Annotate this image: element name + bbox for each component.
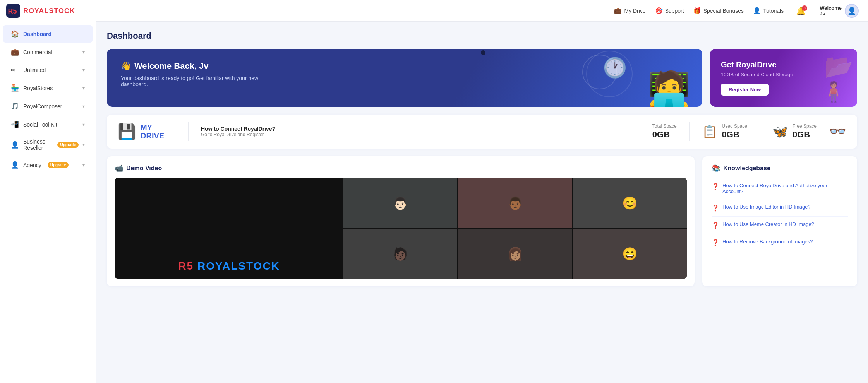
my-drive-label: My Drive: [624, 8, 645, 14]
demo-video-title: 📹 Demo Video: [115, 164, 687, 173]
tutorials-label: Tutorials: [763, 8, 784, 14]
sidebar-item-label: RoyalStores: [23, 85, 53, 91]
dashboard-icon: 🏠: [11, 30, 19, 38]
total-space-block: Total Space 0GB: [652, 123, 677, 140]
drive-last-icon: 👓: [829, 123, 846, 140]
sidebar-item-royalcomposer[interactable]: 🎵 RoyalComposer ▾: [3, 97, 93, 115]
video-thumbnail[interactable]: R5 ROYALSTOCK 👨🏻 👨🏾 😊 🧑🏿 👩🏽 😄: [115, 178, 687, 279]
chevron-down-icon: ▾: [82, 67, 85, 73]
royalstores-icon: 🏪: [11, 84, 19, 92]
person-illustration: 🧑‍💻: [647, 72, 691, 107]
drive-deco-icon: 📂: [824, 53, 853, 80]
commercial-icon: 💼: [11, 48, 19, 56]
special-bonuses-nav[interactable]: 🎁 Special Bonuses: [693, 7, 744, 14]
free-space-value: 0GB: [793, 130, 810, 140]
hero-row: 👋 Welcome Back, Jv Your dashboard is rea…: [107, 49, 857, 107]
total-space-value: 0GB: [652, 130, 670, 140]
unlimited-icon: ∞: [11, 66, 19, 74]
question-icon: ❓: [712, 222, 719, 229]
chevron-down-icon: ▾: [82, 162, 85, 168]
my-drive-nav[interactable]: 💼 My Drive: [614, 7, 645, 14]
face-cell-3: 😊: [573, 178, 687, 228]
kb-section-label: Knowledgebase: [723, 165, 770, 172]
chevron-down-icon: ▾: [82, 85, 85, 91]
welcome-banner: 👋 Welcome Back, Jv Your dashboard is rea…: [107, 49, 702, 107]
kb-title: 📚 Knowledgebase: [712, 164, 848, 173]
free-space-stat: 🦋 Free Space 0GB: [772, 123, 817, 140]
face-cell-2: 👨🏾: [458, 178, 572, 228]
drive-label-title: MYDRIVE: [141, 123, 164, 140]
royaldrive-banner: Get RoyalDrive 10GB of Secured Cloud Sto…: [710, 49, 857, 107]
used-space-block: Used Space 0GB: [722, 123, 747, 140]
sidebar-item-commercial[interactable]: 💼 Commercial ▾: [3, 43, 93, 61]
special-bonuses-label: Special Bonuses: [703, 8, 744, 14]
sidebar-item-social-tool-kit[interactable]: 📲 Social Tool Kit ▾: [3, 116, 93, 133]
kb-item-3[interactable]: ❓ How to Use Meme Creator in HD Image?: [712, 217, 848, 234]
knowledgebase-section: 📚 Knowledgebase ❓ How to Connect RoyalDr…: [702, 156, 857, 286]
used-space-value: 0GB: [722, 130, 739, 140]
total-space-label: Total Space: [652, 123, 677, 129]
sidebar-item-business-reseller[interactable]: 👤 Business Reseller Upgrade ▾: [3, 134, 93, 156]
sidebar-item-unlimited[interactable]: ∞ Unlimited ▾: [3, 62, 93, 79]
notification-bell[interactable]: 🔔 0: [796, 6, 806, 15]
nav-links: 💼 My Drive 🎯 Support 🎁 Special Bonuses 👤…: [614, 4, 859, 18]
face-cell-5: 👩🏽: [458, 229, 572, 279]
business-icon: 👤: [11, 141, 19, 149]
drive-big-icon: 💾: [118, 123, 136, 140]
question-icon: ❓: [712, 183, 719, 190]
chevron-down-icon: ▾: [82, 142, 85, 147]
kb-item-text: How to Use Meme Creator in HD Image?: [722, 221, 814, 227]
used-space-label: Used Space: [722, 123, 747, 129]
tutorials-nav[interactable]: 👤 Tutorials: [753, 7, 784, 14]
divider: [689, 122, 690, 141]
sidebar-item-label: RoyalComposer: [23, 103, 62, 109]
connect-title: How to Connect RoyalDrive?: [201, 126, 627, 132]
user-area[interactable]: Welcome Jv 👤: [820, 4, 859, 18]
top-nav: R5 ROYALSTOCK 💼 My Drive 🎯 Support 🎁 Spe…: [0, 0, 868, 22]
svg-text:R5: R5: [8, 7, 17, 15]
logo: R5 ROYALSTOCK: [0, 0, 96, 22]
welcome-name: Welcome Back, Jv: [134, 61, 209, 71]
used-space-icon: 📋: [702, 124, 717, 139]
question-icon: ❓: [712, 239, 719, 246]
logo-text: ROYALSTOCK: [23, 7, 75, 15]
video-logo-text: R5 ROYALSTOCK: [178, 260, 280, 272]
sidebar-item-royalstores[interactable]: 🏪 RoyalStores ▾: [3, 79, 93, 97]
kb-item-1[interactable]: ❓ How to Connect RoyalDrive and Authotiz…: [712, 178, 848, 199]
sidebar: 🏠 Dashboard 💼 Commercial ▾ ∞ Unlimited ▾…: [0, 22, 96, 383]
free-space-block: Free Space 0GB: [793, 123, 817, 140]
divider: [188, 122, 189, 141]
video-logo: R5 ROYALSTOCK: [115, 178, 343, 279]
divider: [640, 122, 640, 141]
video-section-icon: 📹: [115, 164, 123, 173]
free-space-icon: 🦋: [772, 124, 788, 139]
tutorials-icon: 👤: [753, 7, 761, 14]
main-layout: 🏠 Dashboard 💼 Commercial ▾ ∞ Unlimited ▾…: [0, 22, 868, 383]
support-icon: 🎯: [655, 7, 663, 14]
gift-icon: 🎁: [693, 7, 701, 14]
support-nav[interactable]: 🎯 Support: [655, 7, 684, 14]
kb-item-2[interactable]: ❓ How to Use Image Editor in HD Image?: [712, 199, 848, 217]
social-icon: 📲: [11, 120, 19, 128]
face-cell-6: 😄: [573, 229, 687, 279]
demo-video-section: 📹 Demo Video R5 ROYALSTOCK 👨🏻: [107, 156, 695, 286]
sidebar-item-label: Agency: [23, 162, 41, 168]
sidebar-item-label: Dashboard: [23, 31, 51, 37]
kb-item-text: How to Use Image Editor in HD Image?: [722, 204, 811, 210]
sidebar-item-dashboard[interactable]: 🏠 Dashboard: [3, 25, 93, 43]
kb-item-text: How to Remove Background of Images?: [722, 239, 813, 245]
divider: [760, 122, 760, 141]
sidebar-item-label: Social Tool Kit: [23, 121, 57, 128]
drive-connect-block: How to Connect RoyalDrive? Go to RoyalDr…: [201, 126, 627, 137]
royalcomposer-icon: 🎵: [11, 102, 19, 110]
upgrade-badge: Upgrade: [57, 142, 79, 148]
sidebar-item-agency[interactable]: 👤 Agency Upgrade ▾: [3, 156, 93, 174]
kb-item-4[interactable]: ❓ How to Remove Background of Images?: [712, 234, 848, 251]
sidebar-item-label: Unlimited: [23, 67, 46, 73]
my-drive-section: 💾 MYDRIVE How to Connect RoyalDrive? Go …: [107, 115, 857, 149]
register-now-button[interactable]: Register Now: [721, 84, 769, 96]
person-deco-icon: 🧍: [822, 80, 846, 103]
welcome-text: Your dashboard is ready to go! Get famil…: [121, 75, 268, 87]
drive-label-block: 💾 MYDRIVE: [118, 123, 176, 140]
chevron-down-icon: ▾: [82, 50, 85, 55]
